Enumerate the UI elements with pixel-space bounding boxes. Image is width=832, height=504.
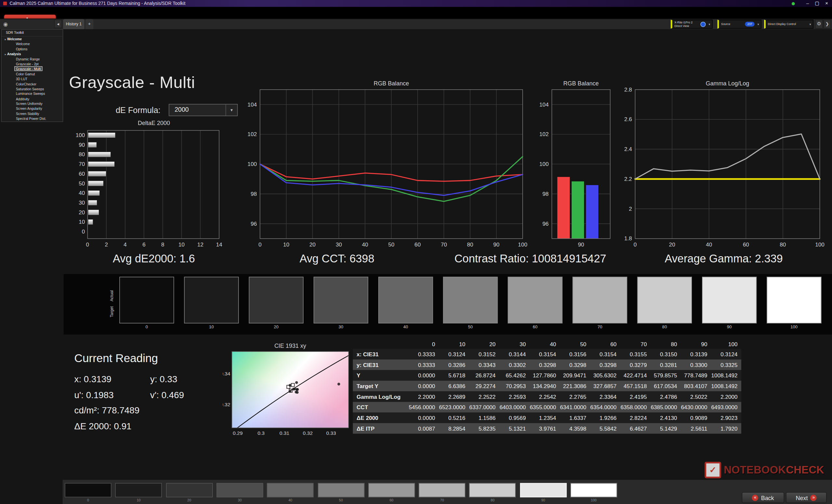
sidebar-item-spectral-power-dist[interactable]: Spectral Power Dist. — [2, 116, 63, 121]
svg-text:60: 60 — [414, 241, 420, 248]
footer-patch-label: 20 — [166, 499, 212, 502]
caret-icon: ▸ — [5, 53, 6, 56]
sidebar-item-grayscale-multi[interactable]: Grayscale - Multi — [2, 66, 63, 72]
measurement-table: 0102030405060708090100x: CIE310.33330.31… — [353, 339, 741, 434]
svg-text:98: 98 — [542, 191, 549, 197]
de-formula-value: 2000 — [175, 106, 189, 114]
app-icon — [3, 2, 7, 5]
svg-text:12: 12 — [197, 241, 204, 248]
table-row-x-cie31: x: CIE310.33330.31240.31520.31440.31540.… — [353, 349, 741, 360]
sidebar-item-screen-stability[interactable]: Screen Stability — [2, 111, 63, 116]
source-selector[interactable]: Source 237 ▼ — [717, 20, 761, 29]
notebookcheck-text: NOTEBOOKCHECK — [724, 464, 824, 476]
grayscale-patch-label: 60 — [508, 325, 562, 329]
pin-panel-icon[interactable]: ◉ — [2, 20, 9, 28]
sidebar-item-screen-uniformity[interactable]: Screen Uniformity — [2, 101, 63, 106]
svg-text:10: 10 — [178, 241, 185, 248]
sidebar-item-saturation-sweeps[interactable]: Saturation Sweeps — [2, 86, 63, 91]
svg-text:20: 20 — [669, 241, 675, 248]
next-button[interactable]: Next » — [786, 492, 827, 503]
table-column-header: 30 — [499, 339, 529, 349]
de-formula-dropdown[interactable]: 2000 ▼ — [169, 104, 238, 116]
reading-de2000: ΔE 2000: 0.91 — [74, 421, 234, 433]
next-label: Next — [796, 494, 808, 501]
sidebar-item-3d-lut[interactable]: 3D LUT — [2, 76, 63, 81]
table-header-row: 0102030405060708090100 — [353, 339, 741, 349]
gear-icon[interactable]: ⚙ — [815, 20, 823, 29]
table-column-header: 90 — [681, 339, 711, 349]
minimize-icon[interactable]: – — [803, 0, 812, 7]
footer-patch-0 — [65, 483, 111, 497]
table-row-gamma-log-log: Gamma Log/Log2.20002.26892.25222.25932.2… — [353, 391, 741, 402]
table-row-cct: CCT5456.00006523.00006337.00006403.00006… — [353, 402, 741, 413]
svg-text:50: 50 — [79, 180, 85, 187]
expand-panel-icon[interactable]: ❯ — [824, 20, 831, 29]
svg-text:80: 80 — [780, 241, 786, 248]
page-title: Grayscale - Multi — [69, 73, 195, 92]
close-icon[interactable]: × — [823, 0, 831, 7]
sidebar-item-color-gamut[interactable]: Color Gamut — [2, 72, 63, 76]
grayscale-swatch-band: Actual Target 0102030405060708090100 — [64, 274, 832, 335]
svg-text:90: 90 — [79, 142, 85, 148]
avg-cct-stat: Avg CCT: 6398 — [241, 252, 433, 267]
svg-text:80: 80 — [79, 151, 85, 158]
footer-patch-label: 40 — [267, 499, 314, 502]
sidebar-item-grayscale-2pt[interactable]: Grayscale - 2pt — [2, 61, 63, 66]
chevron-down-icon: ▼ — [756, 22, 761, 26]
menu-bar: ◄calman▼ — [0, 7, 832, 19]
sidebar-item-additivity[interactable]: Additivity — [2, 96, 63, 101]
de-formula-label: dE Formula: — [116, 106, 160, 115]
grayscale-patch-40 — [378, 277, 433, 324]
sidebar-item-dynamic-range[interactable]: Dynamic Range — [2, 56, 63, 61]
sidebar-item-welcome[interactable]: Welcome — [2, 41, 63, 47]
sidebar-item-luminance-sweeps[interactable]: Luminance Sweeps — [2, 91, 63, 96]
grayscale-patch-label: 40 — [378, 325, 433, 329]
grayscale-patch-70 — [573, 277, 627, 324]
svg-text:100: 100 — [76, 132, 85, 138]
sidebar-collapse-button[interactable]: ◄ — [54, 20, 62, 28]
maximize-icon[interactable]: ▢ — [813, 0, 821, 7]
grayscale-patch-60 — [508, 277, 562, 324]
table-column-header: 80 — [651, 339, 681, 349]
tree-group-welcome[interactable]: ▸Welcome — [2, 37, 63, 41]
avg-de2000-stat: Avg dE2000: 1.6 — [69, 252, 238, 267]
svg-text:2.6: 2.6 — [624, 116, 632, 122]
svg-text:98: 98 — [251, 191, 257, 197]
tab-history-1[interactable]: History 1 — [63, 19, 84, 29]
back-label: Back — [761, 494, 774, 501]
footer-patch-10 — [115, 483, 162, 497]
back-button[interactable]: « Back — [742, 492, 784, 503]
reading-v: v': 0.469 — [150, 390, 184, 401]
next-icon: » — [810, 494, 817, 501]
add-tab-button[interactable]: + — [85, 19, 93, 29]
meter-selector[interactable]: X-Rite i1Pro 2Direct View ▼ — [671, 20, 713, 29]
svg-text:90: 90 — [578, 241, 584, 248]
meter-label: X-Rite i1Pro 2Direct View — [672, 21, 701, 28]
svg-text:0.32: 0.32 — [303, 430, 313, 436]
svg-text:100: 100 — [540, 161, 549, 167]
sidebar-item-options[interactable]: Options — [2, 47, 63, 51]
svg-text:10: 10 — [79, 219, 85, 225]
caret-icon: ▸ — [5, 38, 6, 41]
footer-bar: « Back Next » 0102030405060708090100 — [63, 480, 832, 504]
table-row-y-cie31: y: CIE310.33330.32860.33430.33020.32980.… — [353, 360, 741, 370]
grayscale-patch-90 — [702, 277, 757, 324]
footer-patch-30 — [216, 483, 263, 497]
svg-text:96: 96 — [251, 221, 257, 227]
table-column-header: 10 — [439, 339, 469, 349]
svg-text:100: 100 — [518, 241, 527, 248]
footer-patch-label: 70 — [419, 499, 465, 502]
sidebar-item-colorchecker[interactable]: ColorChecker — [2, 82, 63, 86]
tree-group-analysis[interactable]: ▸Analysis — [2, 52, 63, 56]
grayscale-patch-label: 80 — [637, 325, 692, 329]
svg-text:40: 40 — [362, 241, 368, 248]
footer-patch-label: 50 — [317, 499, 364, 502]
footer-patch-label: 60 — [368, 499, 415, 502]
svg-text:102: 102 — [248, 131, 257, 137]
display-control-selector[interactable]: Direct Display Control ▼ — [764, 20, 813, 29]
chevron-down-icon: ▼ — [226, 105, 237, 116]
grayscale-patch-label: 90 — [702, 325, 757, 329]
sidebar-item-screen-angularity[interactable]: Screen Angularity — [2, 106, 63, 111]
back-icon: « — [752, 494, 758, 501]
svg-text:0.3: 0.3 — [257, 430, 264, 436]
